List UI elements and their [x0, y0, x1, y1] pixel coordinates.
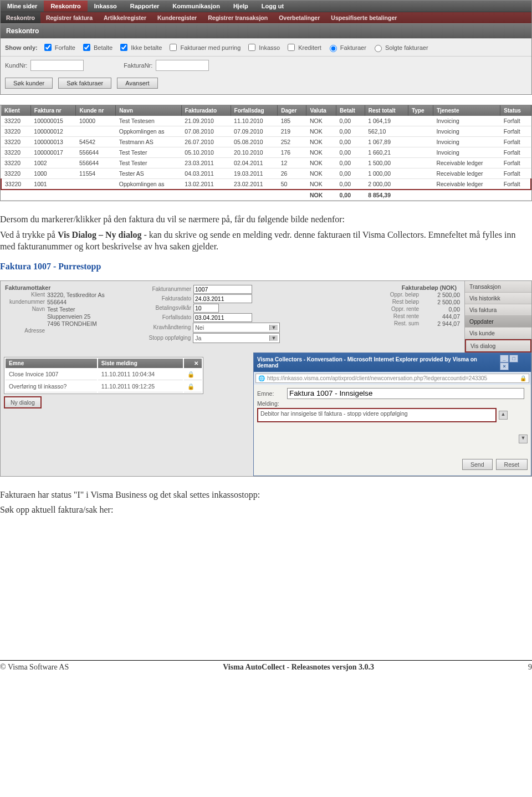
- emne-header: Emne: [6, 359, 97, 368]
- detail-sidebar: TransaksjonVis historikkVis fakturaOppda…: [464, 281, 531, 352]
- dialog-row[interactable]: Overføring til inkasso?11.10.2011 09:12:…: [6, 381, 202, 392]
- nav2-registrer-faktura[interactable]: Registrer faktura: [40, 12, 98, 23]
- th-forfallsdag[interactable]: Forfallsdag: [231, 105, 278, 116]
- th-type[interactable]: Type: [408, 105, 433, 116]
- mottaker-row: kundenummer556644: [5, 299, 127, 305]
- minimize-icon[interactable]: _: [500, 355, 509, 362]
- kundnr-label: KundNr:: [5, 62, 27, 69]
- melding-label: Melding:: [257, 400, 285, 407]
- filter-check-forfalte[interactable]: Forfalte: [42, 42, 75, 53]
- scroll-down-icon[interactable]: ▼: [519, 435, 528, 443]
- filter-radio-fakturaer[interactable]: Fakturaer: [327, 43, 366, 52]
- nav2-kunderegister[interactable]: Kunderegister: [152, 12, 202, 23]
- filter-check-betalte[interactable]: Betalte: [81, 42, 112, 53]
- mottaker-row: Klient33220, Testkreditor As: [5, 292, 127, 298]
- window-controls: _□×: [499, 355, 528, 370]
- th-faktura-nr[interactable]: Faktura nr: [30, 105, 76, 116]
- th-dager[interactable]: Dager: [278, 105, 306, 116]
- th-klient[interactable]: Klient: [1, 105, 30, 116]
- emne-input[interactable]: [287, 388, 524, 399]
- table-row[interactable]: 33220100011554Tester AS04.03.201119.03.2…: [1, 168, 531, 179]
- nav2-reskontro[interactable]: Reskontro: [1, 12, 40, 23]
- th-navn[interactable]: Navn: [116, 105, 181, 116]
- nav1-hjelp[interactable]: Hjelp: [227, 1, 255, 12]
- nav2-artikkelregister[interactable]: Artikkelregister: [98, 12, 152, 23]
- dialog-row[interactable]: Close Invoice 100711.10.2011 10:04:34🔒: [6, 369, 202, 380]
- scroll-up-icon[interactable]: ▲: [499, 411, 508, 420]
- fakturanr-input[interactable]: [156, 60, 209, 71]
- belop-row: Oppr. beløp2 500,00: [289, 292, 460, 298]
- nav1-inkasso[interactable]: Inkasso: [88, 1, 124, 12]
- sidebar-transaksjon[interactable]: Transaksjon: [465, 281, 531, 293]
- th-kunde-nr[interactable]: Kunde nr: [76, 105, 116, 116]
- ny-dialog-button[interactable]: Ny dialog: [4, 396, 42, 408]
- sidebar-oppdater[interactable]: Oppdater: [465, 316, 531, 328]
- mid-forfallsdato: Forfallsdato: [136, 313, 280, 322]
- search-row: KundNr: FakturaNr:: [1, 57, 531, 74]
- prose-3-heading: Faktura 1007 - Purrestopp: [0, 262, 532, 272]
- filter-check-inkasso[interactable]: Inkasso: [246, 42, 280, 53]
- mid-kravhåndtering: KravhåndteringNei▼: [136, 323, 280, 333]
- button-søk-kunder[interactable]: Søk kunder: [5, 78, 53, 89]
- invoice-detail-screenshot: Fakturamottaker Klient33220, Testkredito…: [0, 280, 532, 477]
- sidebar-vis-dialog[interactable]: Vis dialog: [465, 339, 531, 352]
- after-prose-2: Søk opp aktuell faktura/sak her:: [0, 504, 532, 516]
- sidebar-vis-historikk[interactable]: Vis historikk: [465, 293, 531, 304]
- th-valuta[interactable]: Valuta: [306, 105, 336, 116]
- table-row[interactable]: 3322010000001510000Test Testesen21.09.20…: [1, 116, 531, 126]
- prose-1: Dersom du markerer/klikker på den faktur…: [0, 213, 532, 226]
- th-status[interactable]: Status: [500, 105, 531, 116]
- nav2-registrer-transaksjon[interactable]: Registrer transaksjon: [202, 12, 273, 23]
- invoice-table: KlientFaktura nrKunde nrNavnFakturadatoF…: [1, 105, 531, 201]
- belop-row: Rest. sum2 944,07: [289, 320, 460, 327]
- after-prose-1: Fakturaen har status "I" i Visma Busines…: [0, 489, 532, 501]
- belop-row: Oppr. rente0,00: [289, 306, 460, 313]
- close-icon[interactable]: ✕: [184, 359, 202, 368]
- button-avansert[interactable]: Avansert: [117, 78, 157, 89]
- mottaker-row: Sluppenveien 25: [5, 313, 127, 320]
- prose-2: Ved å trykke på Vis Dialog – Ny dialog -…: [0, 229, 532, 253]
- th-tjeneste[interactable]: Tjeneste: [433, 105, 500, 116]
- footer-center: Visma AutoCollect - Releasnotes versjon …: [223, 663, 374, 672]
- page-footer: © Visma Software AS Visma AutoCollect - …: [0, 660, 532, 672]
- invoice-table-wrap: KlientFaktura nrKunde nrNavnFakturadatoF…: [0, 105, 532, 201]
- table-row[interactable]: 33220100000017556644Test Tester05.10.201…: [1, 147, 531, 158]
- sidebar-vis-faktura[interactable]: Vis faktura: [465, 304, 531, 316]
- sidebar-vis-kunde[interactable]: Vis kunde: [465, 328, 531, 339]
- maximize-icon[interactable]: □: [509, 355, 518, 362]
- th-fakturadato[interactable]: Fakturadato: [181, 105, 231, 116]
- table-row[interactable]: 3322010000001354542Testmann AS26.07.2010…: [1, 137, 531, 147]
- reskontro-filter-screenshot: Mine siderReskontroInkassoRapporterKommu…: [0, 0, 532, 95]
- reset-button[interactable]: Reset: [496, 459, 528, 470]
- main-nav: Mine siderReskontroInkassoRapporterKommu…: [1, 1, 531, 12]
- nav1-rapporter[interactable]: Rapporter: [124, 1, 166, 12]
- filter-check-kreditert[interactable]: Kreditert: [285, 42, 321, 53]
- address-url: https://inkasso.visma.com/aptixprod/clie…: [267, 375, 518, 381]
- table-row[interactable]: 33220100000012Oppkomlingen as07.08.20100…: [1, 126, 531, 137]
- send-button[interactable]: Send: [462, 459, 493, 470]
- nav2-uspesifiserte-betalinger[interactable]: Uspesifiserte betalinger: [325, 12, 402, 23]
- siste-melding-header: Siste melding: [98, 359, 183, 368]
- filter-check-fakturaer-med-purring[interactable]: Fakturaer med purring: [167, 42, 241, 53]
- belop-row: Rest rente444,07: [289, 313, 460, 320]
- melding-textarea[interactable]: Debitor har innsigelse til faktura - sto…: [257, 408, 497, 422]
- nav2-overbetalinger[interactable]: Overbetalinger: [273, 12, 325, 23]
- footer-right: 9: [528, 663, 532, 672]
- nav1-mine-sider[interactable]: Mine sider: [1, 1, 44, 12]
- show-only-label: Show only:: [5, 44, 38, 51]
- kundnr-input[interactable]: [30, 60, 84, 71]
- table-row[interactable]: 332201002556644Test Tester23.03.201102.0…: [1, 158, 531, 168]
- th-rest-totalt[interactable]: Rest totalt: [365, 105, 408, 116]
- filter-bar: Show only:ForfalteBetalteIkke betalteFak…: [1, 38, 531, 57]
- table-row[interactable]: 332201001Oppkomlingen as13.02.201123.02.…: [1, 179, 531, 190]
- th-betalt[interactable]: Betalt: [336, 105, 365, 116]
- button-søk-fakturaer[interactable]: Søk fakturaer: [58, 78, 111, 89]
- nav1-reskontro[interactable]: Reskontro: [44, 1, 87, 12]
- mottaker-row: 7496 TRONDHEIM: [5, 320, 127, 327]
- close-window-icon[interactable]: ×: [500, 362, 509, 370]
- nav1-logg-ut[interactable]: Logg ut: [255, 1, 290, 12]
- filter-check-ikke-betalte[interactable]: Ikke betalte: [118, 42, 162, 53]
- belop-row: Rest beløp2 500,00: [289, 299, 460, 305]
- nav1-kommunikasjon[interactable]: Kommunikasjon: [166, 1, 227, 12]
- filter-radio-solgte-fakturaer[interactable]: Solgte fakturaer: [372, 43, 428, 52]
